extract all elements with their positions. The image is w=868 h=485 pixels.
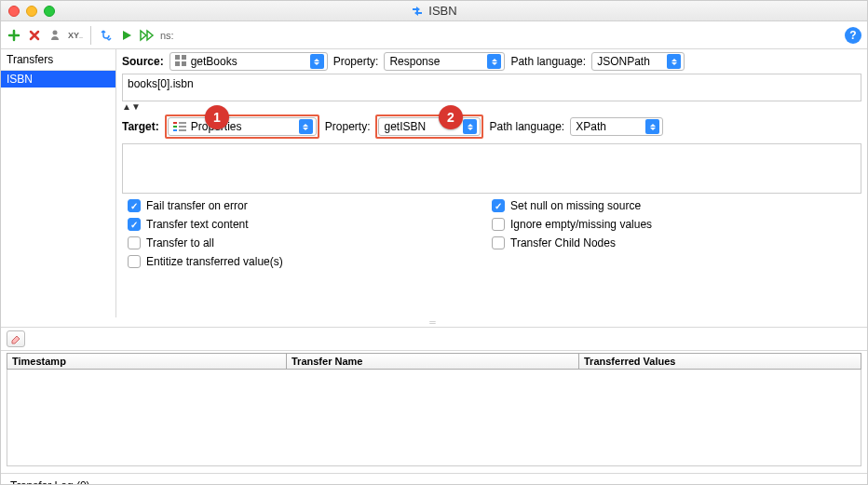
checkbox-icon <box>128 199 141 212</box>
help-button[interactable]: ? <box>845 27 861 44</box>
chevron-updown-icon <box>299 119 313 134</box>
svg-rect-3 <box>175 61 180 66</box>
source-property-select[interactable]: Response <box>384 52 505 71</box>
toolbar: XY_ ns: ? <box>1 21 867 49</box>
source-expression-input[interactable]: books[0].isbn <box>122 74 861 101</box>
annotation-badge-2: 2 <box>439 105 463 129</box>
sidebar-item-isbn[interactable]: ISBN <box>1 71 115 88</box>
target-expression-input[interactable] <box>122 143 861 194</box>
checkbox-icon <box>128 218 141 231</box>
svg-rect-5 <box>173 122 177 124</box>
target-lang-select[interactable]: XPath <box>570 117 663 136</box>
checkbox-icon <box>492 218 505 231</box>
checkbox-icon <box>492 236 505 249</box>
footer: Transfer Log (0) <box>1 474 867 485</box>
source-property-label: Property: <box>333 55 379 68</box>
grid-icon <box>175 55 186 69</box>
svg-rect-6 <box>179 122 186 124</box>
svg-rect-10 <box>179 129 186 131</box>
window-title: ISBN <box>1 4 867 18</box>
target-lang-label: Path language: <box>489 120 564 133</box>
transfer-icon <box>411 6 424 17</box>
svg-point-0 <box>53 30 58 34</box>
source-row: Source: getBooks Property: Response Path… <box>116 49 867 74</box>
chevron-updown-icon <box>645 119 659 134</box>
log-col-values[interactable]: Transferred Values <box>579 354 861 369</box>
toolbar-separator <box>90 26 91 45</box>
window-title-text: ISBN <box>428 4 456 18</box>
expand-toggle[interactable]: ▲▼ <box>116 101 867 112</box>
log-body[interactable] <box>7 370 861 466</box>
svg-rect-7 <box>173 126 177 128</box>
transfers-list[interactable]: ISBN <box>1 71 115 317</box>
check-set-null[interactable]: Set null on missing source <box>492 199 856 212</box>
rename-button[interactable]: XY_ <box>68 28 83 43</box>
source-label: Source: <box>122 55 164 68</box>
remove-transfer-button[interactable] <box>27 28 42 43</box>
log-col-name[interactable]: Transfer Name <box>287 354 579 369</box>
svg-rect-2 <box>182 55 186 60</box>
target-step-select[interactable]: Properties <box>168 117 317 136</box>
copy-transfer-button[interactable] <box>47 28 62 43</box>
sidebar-header: Transfers <box>1 49 115 71</box>
check-transfer-text[interactable]: Transfer text content <box>128 218 492 231</box>
run-button[interactable] <box>119 28 134 43</box>
log-header-row: Timestamp Transfer Name Transferred Valu… <box>7 353 861 370</box>
window-titlebar: ISBN <box>1 1 867 21</box>
check-transfer-all[interactable]: Transfer to all <box>128 236 492 249</box>
properties-icon <box>173 122 186 131</box>
check-ignore-empty[interactable]: Ignore empty/missing values <box>492 218 856 231</box>
eraser-icon <box>9 333 22 344</box>
svg-rect-4 <box>182 61 186 66</box>
chevron-updown-icon <box>310 54 324 69</box>
transfer-log-table: Timestamp Transfer Name Transferred Valu… <box>1 353 867 474</box>
check-fail-on-error[interactable]: Fail transfer on error <box>128 199 492 212</box>
target-property-select[interactable]: getISBN <box>378 117 481 136</box>
log-toolbar <box>1 327 867 351</box>
checkbox-icon <box>128 255 141 268</box>
transfers-sidebar: Transfers ISBN <box>1 49 116 317</box>
svg-rect-9 <box>173 129 177 131</box>
source-lang-select[interactable]: JSONPath <box>591 52 685 71</box>
target-label: Target: <box>122 120 159 133</box>
svg-rect-8 <box>179 126 186 128</box>
chevron-updown-icon <box>463 119 477 134</box>
target-property-label: Property: <box>325 120 371 133</box>
run-all-button[interactable] <box>140 28 155 43</box>
checkbox-icon <box>492 199 505 212</box>
source-step-select[interactable]: getBooks <box>170 52 328 71</box>
svg-rect-1 <box>175 55 180 60</box>
source-lang-label: Path language: <box>510 55 586 68</box>
chevron-updown-icon <box>667 54 681 69</box>
chevron-updown-icon <box>487 54 501 69</box>
transfer-log-label[interactable]: Transfer Log (0) <box>10 479 90 485</box>
annotation-badge-1: 1 <box>205 105 229 129</box>
add-transfer-button[interactable] <box>7 28 21 43</box>
clear-log-button[interactable] <box>7 330 25 347</box>
declare-button[interactable] <box>99 28 114 43</box>
ns-label: ns: <box>160 30 174 41</box>
check-entitize[interactable]: Entitize transferred value(s) <box>128 255 492 268</box>
log-col-timestamp[interactable]: Timestamp <box>7 354 287 369</box>
options-panel: Fail transfer on error Transfer text con… <box>116 194 867 268</box>
check-child-nodes[interactable]: Transfer Child Nodes <box>492 236 856 249</box>
split-drag-handle[interactable]: ═ <box>1 317 867 327</box>
checkbox-icon <box>128 236 141 249</box>
